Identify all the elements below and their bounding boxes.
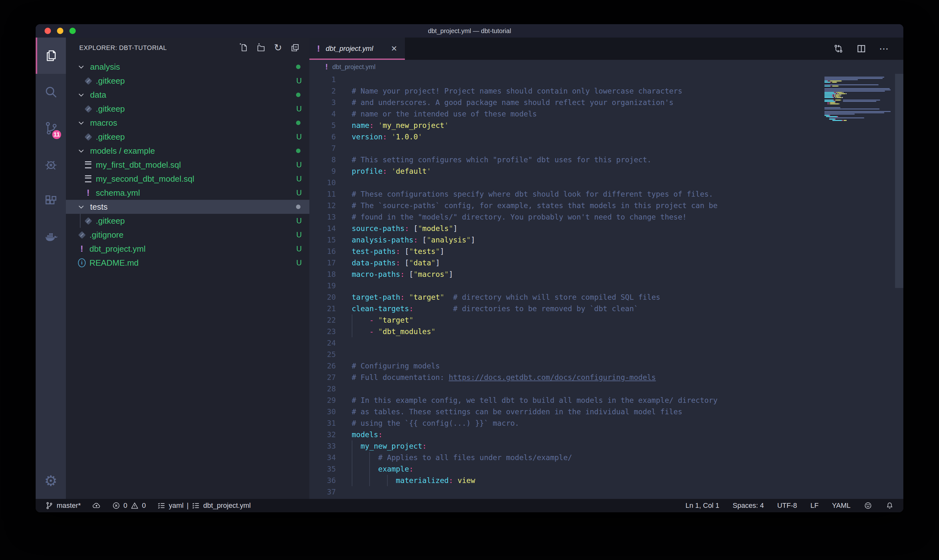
breadcrumb[interactable]: ! dbt_project.yml [309,60,904,74]
line-content: source-paths: ["models"] [336,223,457,234]
tree-item-schema-yml[interactable]: !schema.ymlU [66,186,309,200]
activity-search[interactable] [35,74,66,110]
code-line-21[interactable]: 21clean-targets: # directories to be rem… [309,303,904,314]
git-branch-item[interactable]: master* [45,502,81,510]
language-mode-item[interactable]: YAML [832,502,851,510]
code-line-11[interactable]: 11# These configurations specify where d… [309,188,904,200]
code-line-27[interactable]: 27# Full documentation: https://docs.get… [309,372,904,383]
publish-item[interactable] [92,502,101,510]
code-line-37[interactable]: 37 [309,486,904,498]
code-editor[interactable]: 12# Name your project! Project names sho… [309,74,904,499]
code-line-24[interactable]: 24 [309,337,904,349]
activity-docker[interactable] [35,219,66,255]
activity-settings[interactable]: ⚙ [35,463,66,499]
code-line-15[interactable]: 15analysis-paths: ["analysis"] [309,234,904,246]
code-line-36[interactable]: 36 materialized: view [309,475,904,486]
activity-debug[interactable] [35,146,66,183]
code-line-8[interactable]: 8# This setting configures which "profil… [309,154,904,165]
code-line-25[interactable]: 25 [309,349,904,360]
code-line-5[interactable]: 5name: 'my_new_project' [309,120,904,131]
code-line-33[interactable]: 33 my_new_project: [309,440,904,452]
tree-item--gitkeep[interactable]: .gitkeepU [66,74,309,88]
split-editor-icon[interactable] [856,44,867,54]
code-line-34[interactable]: 34 # Applies to all files under models/e… [309,452,904,463]
breadcrumb-file[interactable]: dbt_project.yml [332,63,376,71]
code-line-6[interactable]: 6version: '1.0.0' [309,131,904,143]
code-line-30[interactable]: 30# as tables. These settings can be ove… [309,406,904,417]
tree-item--gitkeep[interactable]: .gitkeepU [66,102,309,116]
code-line-16[interactable]: 16test-paths: ["tests"] [309,246,904,257]
token-d [444,293,453,301]
yaml-schema-item[interactable]: yaml | dbt_project.yml [157,502,251,510]
code-line-28[interactable]: 28 [309,383,904,395]
tree-item-my-second-dbt-model-sql[interactable]: my_second_dbt_model.sqlU [66,172,309,186]
code-line-31[interactable]: 31# using the `{{ config(...) }}` macro. [309,417,904,429]
code-line-29[interactable]: 29# In this example config, we tell dbt … [309,395,904,406]
token-cm: # These configurations specify where dbt… [352,190,713,198]
notifications-item[interactable] [885,502,894,510]
tree-item--gitignore[interactable]: .gitignoreU [66,228,309,242]
close-window-button[interactable] [45,28,51,34]
zoom-window-button[interactable] [69,28,76,34]
feedback-item[interactable] [864,502,872,510]
collapse-all-icon[interactable] [290,43,300,52]
code-line-12[interactable]: 12# The `source-paths` config, for examp… [309,200,904,211]
tree-item-readme-md[interactable]: iREADME.mdU [66,256,309,270]
minimap[interactable] [824,75,894,122]
tab-close-icon[interactable]: ✕ [391,44,397,53]
vertical-scrollbar[interactable] [895,74,904,288]
activity-extensions[interactable] [35,183,66,219]
tree-item-my-first-dbt-model-sql[interactable]: my_first_dbt_model.sqlU [66,158,309,172]
title-bar[interactable]: dbt_project.yml — dbt-tutorial [35,24,904,37]
token-k: models [352,431,378,439]
code-line-4[interactable]: 4# name or the intended use of these mod… [309,108,904,120]
more-actions-icon[interactable]: ⋯ [879,46,889,52]
problems-item[interactable]: 0 0 [112,502,146,510]
code-line-26[interactable]: 26# Configuring models [309,360,904,372]
minimize-window-button[interactable] [57,28,63,34]
code-line-10[interactable]: 10 [309,177,904,188]
tree-item-macros[interactable]: macros [66,116,309,130]
refresh-icon[interactable]: ↻ [274,43,282,52]
tree-item-tests[interactable]: tests [66,200,309,214]
code-line-14[interactable]: 14source-paths: ["models"] [309,223,904,234]
code-line-13[interactable]: 13# found in the "models/" directory. Yo… [309,211,904,223]
code-line-32[interactable]: 32models: [309,429,904,440]
code-line-18[interactable]: 18macro-paths: ["macros"] [309,269,904,280]
token-s: my_new_project [383,121,444,129]
encoding-item[interactable]: UTF-8 [777,502,797,510]
activity-explorer[interactable] [35,37,66,74]
tree-item-dbt-project-yml[interactable]: !dbt_project.ymlU [66,242,309,256]
open-changes-icon[interactable] [833,44,844,54]
eol-item[interactable]: LF [810,502,819,510]
indentation-item[interactable]: Spaces: 4 [733,502,764,510]
code-line-3[interactable]: 3# and underscores. A good package name … [309,97,904,108]
code-line-1[interactable]: 1 [309,74,904,85]
code-line-17[interactable]: 17data-paths: ["data"] [309,257,904,269]
token-q: " [409,259,414,267]
tree-item-models-example[interactable]: models / example [66,144,309,158]
tab-dbt-project-yml[interactable]: ! dbt_project.yml ✕ [309,37,405,60]
code-line-22[interactable]: 22 - "target" [309,314,904,326]
tree-item-data[interactable]: data [66,88,309,102]
token-k: materialized [396,476,448,485]
new-file-icon[interactable] [239,43,248,52]
code-line-20[interactable]: 20target-path: "target" # directory whic… [309,291,904,303]
tree-item-analysis[interactable]: analysis [66,60,309,74]
desktop: dbt_project.yml — dbt-tutorial [0,0,939,560]
indent-guide [352,314,353,326]
tree-item--gitkeep[interactable]: .gitkeepU [66,130,309,144]
code-line-7[interactable]: 7 [309,143,904,154]
indent-guide [352,475,353,486]
code-line-35[interactable]: 35 example: [309,463,904,475]
code-line-2[interactable]: 2# Name your project! Project names shou… [309,85,904,97]
code-line-19[interactable]: 19 [309,280,904,291]
tree-item--gitkeep[interactable]: .gitkeepU [66,214,309,228]
activity-source-control[interactable]: 11 [35,110,66,146]
cursor-position-item[interactable]: Ln 1, Col 1 [685,502,719,510]
yaml-file-icon: ! [78,245,86,252]
git-untracked-badge: U [296,230,302,239]
new-folder-icon[interactable] [256,43,266,52]
code-line-23[interactable]: 23 - "dbt_modules" [309,326,904,337]
code-line-9[interactable]: 9profile: 'default' [309,165,904,177]
